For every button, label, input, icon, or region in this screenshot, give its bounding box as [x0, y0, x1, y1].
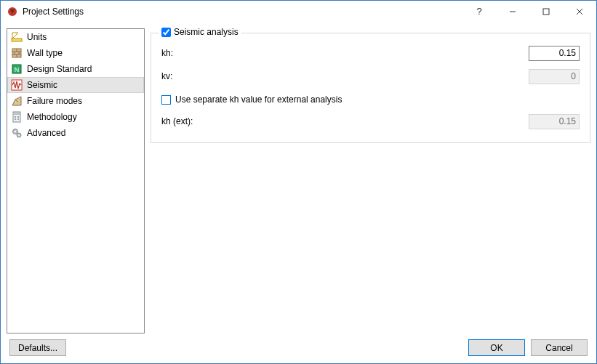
sidebar-item-label: Units — [27, 32, 47, 42]
wall-icon — [11, 47, 23, 59]
window-controls: ? — [462, 1, 596, 23]
kh-label: kh: — [161, 48, 529, 58]
sidebar-item-wall-type[interactable]: Wall type — [7, 45, 144, 61]
seismic-icon — [11, 79, 23, 91]
svg-point-20 — [15, 116, 16, 118]
kh-ext-label: kh (ext): — [161, 116, 529, 126]
groupbox-header: Seismic analysis — [159, 27, 241, 37]
sidebar-item-label: Seismic — [27, 80, 57, 90]
content-area: Units Wall type N Design Standard — [7, 28, 590, 333]
window-title: Project Settings — [23, 7, 462, 17]
settings-panel: Seismic analysis kh: kv: Use separate kh… — [151, 28, 590, 333]
svg-text:N: N — [15, 66, 20, 73]
titlebar: Project Settings ? — [1, 1, 596, 23]
maximize-button[interactable] — [529, 1, 563, 23]
standard-icon: N — [11, 63, 23, 75]
gears-icon — [11, 127, 23, 139]
project-settings-dialog: Project Settings ? Units — [0, 0, 597, 364]
sidebar-item-failure-modes[interactable]: Failure modes — [7, 93, 144, 109]
minimize-button[interactable] — [496, 1, 529, 23]
dialog-body: Units Wall type N Design Standard — [1, 23, 596, 363]
app-icon — [7, 6, 18, 17]
cancel-button[interactable]: Cancel — [531, 339, 588, 356]
help-button[interactable]: ? — [462, 1, 496, 23]
sidebar-item-seismic[interactable]: Seismic — [7, 77, 144, 93]
dialog-footer: Defaults... OK Cancel — [7, 333, 590, 363]
svg-point-23 — [17, 118, 19, 120]
svg-point-22 — [15, 118, 16, 120]
sidebar-item-units[interactable]: Units — [7, 29, 144, 45]
svg-point-27 — [18, 134, 20, 136]
kh-ext-row: kh (ext): — [161, 110, 580, 132]
kh-row: kh: — [161, 42, 580, 64]
svg-point-25 — [15, 131, 16, 132]
svg-point-21 — [17, 116, 19, 118]
svg-text:?: ? — [476, 7, 481, 17]
kh-input[interactable] — [529, 46, 580, 61]
failure-icon — [11, 95, 23, 107]
calculator-icon — [11, 111, 23, 123]
kv-row: kv: — [161, 65, 580, 87]
kh-ext-input — [529, 114, 580, 129]
seismic-analysis-checkbox[interactable] — [161, 28, 171, 37]
sidebar-item-methodology[interactable]: Methodology — [7, 109, 144, 125]
separate-kh-label: Use separate kh value for external analy… — [175, 94, 342, 105]
sidebar-item-label: Wall type — [27, 48, 63, 58]
defaults-button[interactable]: Defaults... — [9, 339, 66, 356]
separate-kh-row: Use separate kh value for external analy… — [161, 90, 580, 109]
sidebar-item-design-standard[interactable]: N Design Standard — [7, 61, 144, 77]
svg-rect-19 — [14, 113, 20, 115]
ruler-icon — [11, 31, 23, 43]
sidebar-item-label: Failure modes — [27, 96, 82, 106]
seismic-groupbox: Seismic analysis kh: kv: Use separate kh… — [151, 33, 590, 143]
sidebar-item-label: Methodology — [27, 112, 77, 122]
svg-rect-3 — [543, 9, 549, 15]
close-button[interactable] — [563, 1, 596, 23]
seismic-analysis-label: Seismic analysis — [174, 27, 239, 37]
ok-button[interactable]: OK — [468, 339, 525, 356]
sidebar-item-label: Advanced — [27, 128, 65, 138]
svg-rect-6 — [12, 39, 22, 41]
kv-input — [529, 69, 580, 84]
sidebar-item-advanced[interactable]: Advanced — [7, 125, 144, 141]
kv-label: kv: — [161, 71, 529, 81]
sidebar-item-label: Design Standard — [27, 64, 92, 74]
category-list[interactable]: Units Wall type N Design Standard — [7, 28, 145, 333]
separate-kh-checkbox[interactable] — [161, 95, 171, 105]
